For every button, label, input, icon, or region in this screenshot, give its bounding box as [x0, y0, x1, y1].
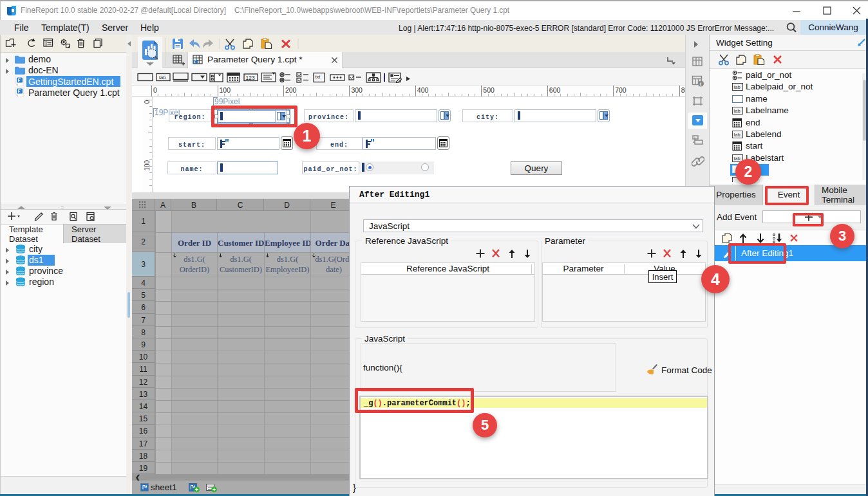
svg-text:123: 123	[246, 75, 255, 81]
svg-text:lab: lab	[734, 108, 741, 114]
svg-text:txt: txt	[316, 74, 321, 80]
svg-text:i: i	[700, 81, 701, 87]
svg-text:lab: lab	[734, 84, 741, 90]
svg-text:lab: lab	[734, 132, 741, 138]
svg-text:lab: lab	[159, 75, 166, 80]
svg-text:lab: lab	[734, 156, 741, 161]
